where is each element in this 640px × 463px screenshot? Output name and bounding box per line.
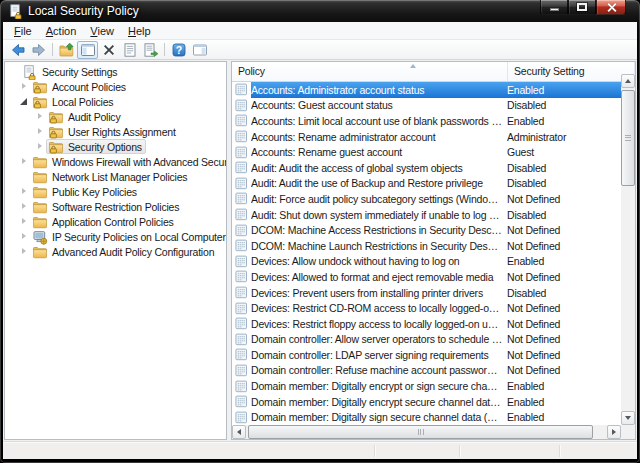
- scroll-left-button[interactable]: [232, 425, 246, 439]
- table-row[interactable]: Devices: Restrict floppy access to local…: [232, 316, 621, 332]
- table-row[interactable]: Domain member: Digitally sign secure cha…: [232, 409, 621, 425]
- policy-icon: [235, 395, 248, 408]
- expand-arrow-icon[interactable]: [18, 229, 30, 244]
- table-row[interactable]: DCOM: Machine Access Restrictions in Sec…: [232, 222, 621, 238]
- table-row[interactable]: Devices: Allow undock without having to …: [232, 254, 621, 270]
- show-hide-console-tree-button[interactable]: [77, 41, 98, 59]
- menu-view[interactable]: View: [83, 23, 121, 39]
- forward-button[interactable]: [28, 41, 49, 59]
- collapse-arrow-icon[interactable]: [18, 94, 30, 109]
- tree-item-security-options[interactable]: Security Options: [5, 139, 226, 154]
- export-list-button[interactable]: [140, 41, 161, 59]
- table-row[interactable]: Audit: Audit the access of global system…: [232, 160, 621, 176]
- policy-cell: Domain member: Digitally encrypt or sign…: [251, 380, 507, 392]
- expand-arrow-icon[interactable]: [34, 124, 46, 139]
- policy-icon: [235, 161, 248, 174]
- tree-item-public-key-policies[interactable]: Public Key Policies: [5, 184, 226, 199]
- close-button[interactable]: [596, 0, 626, 15]
- menu-file[interactable]: File: [7, 23, 39, 39]
- tree-item-application-control-policies[interactable]: Application Control Policies: [5, 214, 226, 229]
- vertical-scrollbar[interactable]: [621, 74, 635, 425]
- tree-item-ip-security-policies[interactable]: IP Security Policies on Local Computer: [5, 229, 226, 244]
- table-row[interactable]: Domain member: Digitally encrypt or sign…: [232, 378, 621, 394]
- table-row[interactable]: DCOM: Machine Launch Restrictions in Sec…: [232, 238, 621, 254]
- setting-cell: Disabled: [507, 177, 621, 189]
- table-row[interactable]: Audit: Force audit policy subcategory se…: [232, 191, 621, 207]
- tree-item-local-policies[interactable]: Local Policies: [5, 94, 226, 109]
- scroll-right-button[interactable]: [607, 425, 621, 439]
- show-hide-action-pane-button[interactable]: [189, 41, 210, 59]
- scroll-down-button[interactable]: [621, 411, 635, 425]
- menu-help[interactable]: Help: [121, 23, 158, 39]
- expand-arrow-icon[interactable]: [18, 199, 30, 214]
- column-label: Security Setting: [514, 65, 584, 77]
- expand-arrow-icon[interactable]: [18, 184, 30, 199]
- expand-arrow-icon[interactable]: [18, 244, 30, 259]
- expand-arrow-icon[interactable]: [18, 154, 30, 169]
- tree-item-label: Windows Firewall with Advanced Security: [52, 156, 227, 168]
- policy-icon: [235, 239, 248, 252]
- status-separator: [459, 445, 460, 457]
- setting-cell: Administrator: [507, 131, 621, 143]
- policy-icon: [235, 302, 248, 315]
- table-row[interactable]: Domain controller: LDAP server signing r…: [232, 347, 621, 363]
- help-button[interactable]: ?: [168, 41, 189, 59]
- policy-icon: [235, 364, 248, 377]
- policy-list-pane: Policy Security Setting Accounts: Admini…: [231, 61, 636, 440]
- tree-item-network-list-manager[interactable]: Network List Manager Policies: [5, 169, 226, 184]
- properties-button[interactable]: [119, 41, 140, 59]
- up-one-level-button[interactable]: [56, 41, 77, 59]
- table-row[interactable]: Domain controller: Allow server operator…: [232, 332, 621, 348]
- tree-item-audit-policy[interactable]: Audit Policy: [5, 109, 226, 124]
- table-row[interactable]: Accounts: Guest account statusDisabled: [232, 98, 621, 114]
- tree-item-account-policies[interactable]: Account Policies: [5, 79, 226, 94]
- policy-icon: [235, 270, 248, 283]
- expand-arrow-icon[interactable]: [34, 109, 46, 124]
- policy-cell: DCOM: Machine Launch Restrictions in Sec…: [251, 240, 507, 252]
- expand-arrow-icon[interactable]: [18, 79, 30, 94]
- tree-item-label: Software Restriction Policies: [52, 201, 179, 213]
- horizontal-scrollbar[interactable]: [232, 425, 621, 439]
- minimize-button[interactable]: [540, 0, 568, 15]
- expand-arrow-icon[interactable]: [34, 139, 46, 154]
- tree-item-advanced-audit-policy[interactable]: Advanced Audit Policy Configuration: [5, 244, 226, 259]
- table-row[interactable]: Accounts: Rename guest accountGuest: [232, 144, 621, 160]
- table-row[interactable]: Accounts: Limit local account use of bla…: [232, 113, 621, 129]
- tree-item-security-settings[interactable]: Security Settings: [5, 64, 226, 79]
- table-row[interactable]: Domain controller: Refuse machine accoun…: [232, 363, 621, 379]
- table-row[interactable]: Devices: Allowed to format and eject rem…: [232, 269, 621, 285]
- table-row[interactable]: Devices: Restrict CD-ROM access to local…: [232, 300, 621, 316]
- table-row[interactable]: Domain member: Digitally encrypt secure …: [232, 394, 621, 410]
- table-row[interactable]: Audit: Shut down system immediately if u…: [232, 207, 621, 223]
- client-area: File Action View Help: [3, 22, 637, 459]
- expand-arrow-icon[interactable]: [18, 214, 30, 229]
- tree-item-user-rights-assignment[interactable]: User Rights Assignment: [5, 124, 226, 139]
- table-row[interactable]: Accounts: Rename administrator accountAd…: [232, 129, 621, 145]
- policy-icon: [235, 224, 248, 237]
- vertical-scroll-thumb[interactable]: [621, 90, 635, 186]
- scroll-up-button[interactable]: [621, 74, 635, 88]
- delete-button[interactable]: [98, 41, 119, 59]
- maximize-icon: [577, 3, 587, 11]
- policy-icon: [235, 146, 248, 159]
- maximize-button[interactable]: [568, 0, 596, 15]
- policy-cell: Devices: Allowed to format and eject rem…: [251, 271, 507, 283]
- table-row[interactable]: Devices: Prevent users from installing p…: [232, 285, 621, 301]
- horizontal-scroll-thumb[interactable]: [248, 425, 593, 439]
- tree-item-label: Security Options: [68, 141, 142, 153]
- setting-cell: Not Defined: [507, 302, 621, 314]
- lock-folder-icon: [48, 125, 64, 139]
- tree-item-software-restriction-policies[interactable]: Software Restriction Policies: [5, 199, 226, 214]
- folder-icon: [32, 215, 48, 229]
- tree-item-windows-firewall[interactable]: Windows Firewall with Advanced Security: [5, 154, 226, 169]
- policy-cell: Audit: Audit the access of global system…: [251, 162, 507, 174]
- table-row[interactable]: Accounts: Administrator account statusEn…: [232, 82, 621, 98]
- console-tree-pane: Security Settings Account Policies Local…: [4, 61, 227, 440]
- back-button[interactable]: [7, 41, 28, 59]
- menu-action[interactable]: Action: [39, 23, 84, 39]
- table-row[interactable]: Audit: Audit the use of Backup and Resto…: [232, 176, 621, 192]
- column-header-policy[interactable]: Policy: [232, 62, 508, 81]
- lock-folder-icon: [48, 110, 64, 124]
- column-header-security-setting[interactable]: Security Setting: [508, 62, 635, 81]
- main-content: Security Settings Account Policies Local…: [3, 60, 637, 441]
